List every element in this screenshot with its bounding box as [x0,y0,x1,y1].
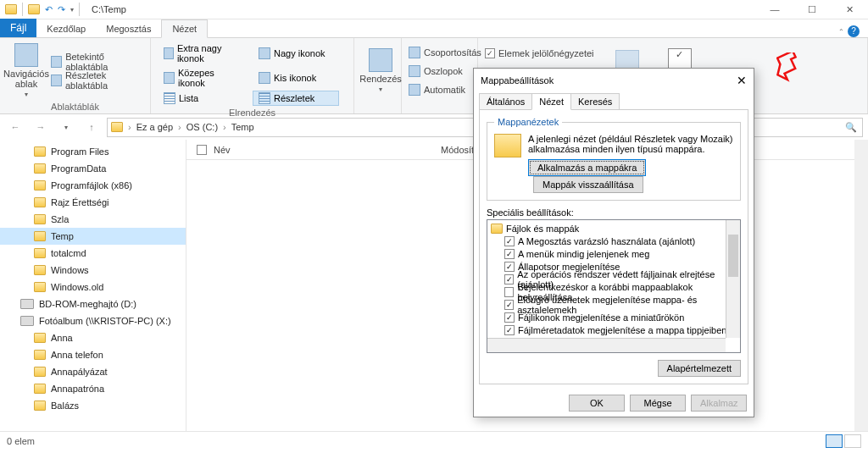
dialog-close-button[interactable]: ✕ [737,74,747,87]
group-by-icon [409,47,420,58]
dialog-tab-view[interactable]: Nézet [531,93,571,110]
titlebar: ↶ ↷ ▾ C:\Temp — ☐ ✕ [0,0,868,19]
app-icon [5,4,17,14]
folder-icon [34,231,46,241]
sort-button[interactable]: Rendezés▾ [361,41,400,100]
select-all-checkbox[interactable] [197,145,207,155]
tree-item[interactable]: Temp [0,228,186,245]
spec-option[interactable]: ✓Előugró üzenetek megjelenítése mappa- é… [489,298,738,311]
tree-item[interactable]: Windows.old [0,279,186,296]
view-details-icon[interactable] [826,434,843,448]
tree-item[interactable]: Annapatróna [0,380,186,397]
folder-icon [491,224,503,234]
layout-extra-large[interactable]: Extra nagy ikonok [158,41,244,65]
folder-icon [34,384,46,394]
reset-folders-button[interactable]: Mappák visszaállítása [533,176,643,193]
tree-item[interactable]: Annapályázat [0,363,186,380]
apply-to-folders-button[interactable]: Alkalmazás a mappákra [528,159,646,176]
tree-item[interactable]: Program Files [0,143,186,160]
help-icon[interactable]: ? [848,25,860,37]
qat-redo-icon[interactable]: ↷ [58,4,65,15]
status-item-count: 0 elem [7,436,35,446]
apply-button[interactable]: Alkalmaz [691,395,747,412]
ok-button[interactable]: OK [569,395,625,412]
dialog-tab-general[interactable]: Általános [479,93,532,110]
tab-share[interactable]: Megosztás [96,20,161,37]
details-pane-button[interactable]: Részletek ablaktábla [51,72,143,89]
column-name[interactable]: Név [214,145,434,155]
navigation-pane-button[interactable]: Navigációs ablak ▾ [7,41,46,100]
up-button[interactable]: ↑ [81,117,102,137]
folder-tree[interactable]: Program FilesProgramDataProgramfájlok (x… [0,140,186,431]
item-checkboxes-toggle[interactable]: ✓Elemek jelölőnégyzetei [485,45,594,62]
view-thumbnails-icon[interactable] [844,434,861,448]
history-button[interactable]: ▾ [56,117,76,137]
layout-small[interactable]: Kis ikonok [253,66,339,90]
spec-option[interactable]: ✓A Megosztás varázsló használata (ajánlo… [489,235,738,247]
layout-large[interactable]: Nagy ikonok [253,41,339,65]
extra-large-icons-icon [164,47,174,59]
checkbox-icon: ✓ [504,262,515,272]
preview-pane-button[interactable]: Betekintő ablaktábla [51,53,143,70]
tree-item[interactable]: ProgramData [0,160,186,177]
dialog-tab-search[interactable]: Keresés [570,93,620,110]
folder-views-desc: A jelenlegi nézet (például Részletek vag… [528,134,733,154]
folder-icon [34,282,46,292]
folder-icon [34,350,46,360]
tree-item[interactable]: totalcmd [0,245,186,262]
spec-root[interactable]: Fájlok és mappák [489,222,738,235]
checkbox-icon: ✓ [485,48,495,58]
tree-drive[interactable]: BD-ROM-meghajtó (D:) [0,296,186,312]
tree-item[interactable]: Balázs [0,397,186,414]
folder-large-icon [494,134,521,157]
tree-item[interactable]: Rajz Érettségi [0,194,186,211]
tab-file[interactable]: Fájl [0,19,36,37]
breadcrumb-os[interactable]: OS (C:) [186,122,218,132]
restore-defaults-button[interactable]: Alapértelmezett [658,360,741,377]
tree-item[interactable]: Anna [0,329,186,346]
checkbox-icon: ✓ [504,325,515,335]
tab-home[interactable]: Kezdőlap [36,20,96,37]
advanced-settings-tree[interactable]: Fájlok és mappák✓A Megosztás varázsló ha… [487,219,741,353]
columns-icon [409,65,420,77]
tree-item[interactable]: Windows [0,262,186,279]
spec-option[interactable]: ✓Fájlméretadatok megjelenítése a mappa t… [489,323,738,336]
tab-view[interactable]: Nézet [161,19,208,38]
cancel-button[interactable]: Mégse [630,395,686,412]
group-by-button[interactable]: Csoportosítás ▾ [409,44,488,61]
maximize-button[interactable]: ☐ [793,0,831,19]
qat-new-folder-icon[interactable] [28,4,40,14]
tree-drive[interactable]: Fotóalbum (\\KRISTOF-PC) (X:) [0,312,186,329]
spec-scrollbar-v[interactable] [726,220,740,338]
minimize-button[interactable]: — [756,0,793,19]
layout-list[interactable]: Lista [158,91,244,106]
folder-icon [34,214,46,224]
checkbox-icon: ✓ [504,249,515,259]
breadcrumb-this-pc[interactable]: Ez a gép [136,122,173,132]
spec-option[interactable]: ✓A menük mindig jelenjenek meg [489,247,738,260]
forward-button[interactable]: → [31,117,51,137]
checkbox-icon [504,287,514,297]
ribbon-collapse-icon[interactable]: ⌃ [838,28,844,36]
search-icon: 🔍 [845,122,857,133]
drive-icon [20,299,34,309]
group-panes-label: Ablaktáblák [7,100,143,112]
qat-customize-icon[interactable]: ▾ [70,6,74,14]
spec-scrollbar-h[interactable] [487,338,726,352]
tree-item[interactable]: Anna telefon [0,346,186,363]
close-button[interactable]: ✕ [831,0,868,19]
small-icons-icon [259,72,270,84]
list-icon [164,92,175,104]
scrollbar[interactable] [854,140,868,431]
dialog-title: Mappabeállítások [481,75,554,86]
folder-icon [111,122,123,132]
layout-medium[interactable]: Közepes ikonok [158,66,244,90]
folder-options-dialog: Mappabeállítások ✕ Általános Nézet Keres… [473,68,754,417]
tree-item[interactable]: Szla [0,211,186,228]
back-button[interactable]: ← [5,117,25,137]
tree-item[interactable]: Programfájlok (x86) [0,177,186,194]
qat-undo-icon[interactable]: ↶ [45,4,53,15]
layout-details[interactable]: Részletek [253,91,339,106]
status-bar: 0 elem [0,431,868,450]
breadcrumb-temp[interactable]: Temp [231,122,254,132]
